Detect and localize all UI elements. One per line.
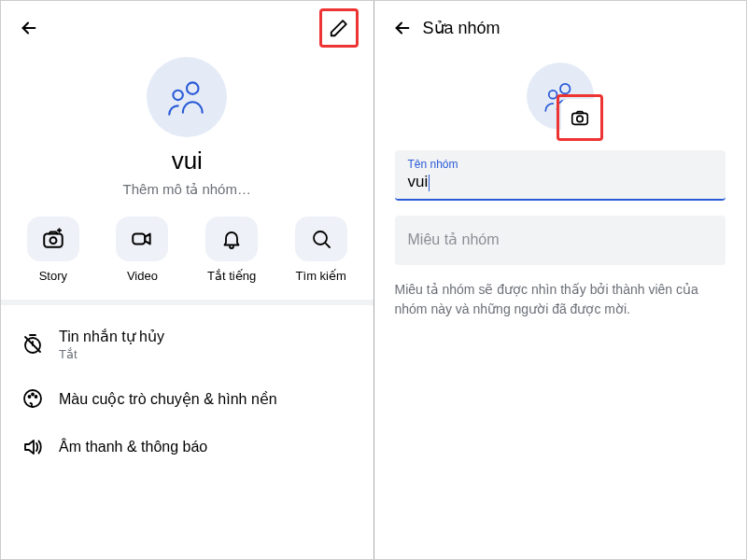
group-name-input[interactable]: vui: [408, 173, 713, 191]
header: Sửa nhóm: [374, 1, 747, 49]
pencil-icon: [329, 18, 349, 38]
chat-color-item[interactable]: Màu cuộc trò chuyện & hình nền: [1, 374, 374, 423]
people-icon: [163, 74, 210, 120]
svg-point-0: [187, 82, 199, 94]
timer-off-icon: [21, 333, 44, 356]
camera-icon: [570, 107, 590, 128]
camera-highlight: [557, 94, 603, 141]
svg-point-5: [314, 231, 327, 245]
palette-icon: [21, 387, 44, 410]
edit-form: Tên nhóm vui Miêu tả nhóm: [374, 130, 747, 265]
svg-point-14: [577, 116, 583, 121]
group-name-field[interactable]: Tên nhóm vui: [395, 150, 726, 201]
settings-list: Tin nhắn tự hủy Tắt Màu cuộc trò chuyện …: [1, 305, 374, 481]
back-button[interactable]: [389, 15, 416, 41]
story-action[interactable]: Story: [17, 217, 90, 283]
svg-point-8: [29, 396, 31, 398]
svg-rect-4: [134, 234, 146, 245]
arrow-left-icon: [19, 18, 39, 38]
svg-point-9: [32, 394, 34, 396]
group-name-label: Tên nhóm: [408, 158, 713, 171]
bell-icon: [220, 228, 243, 250]
svg-point-3: [49, 237, 56, 244]
group-desc-placeholder: Miêu tả nhóm: [408, 223, 713, 256]
page-title: Sửa nhóm: [423, 18, 500, 38]
sounds-item[interactable]: Âm thanh & thông báo: [1, 423, 374, 471]
group-description-add[interactable]: Thêm mô tả nhóm…: [1, 181, 374, 198]
group-name: vui: [1, 147, 374, 175]
search-action[interactable]: Tìm kiếm: [285, 217, 358, 283]
mute-action[interactable]: Tắt tiếng: [195, 217, 268, 283]
video-action[interactable]: Video: [106, 217, 178, 283]
arrow-left-icon: [392, 18, 413, 38]
edit-highlight: [319, 8, 359, 48]
group-avatar[interactable]: [1, 57, 374, 137]
edit-button[interactable]: [324, 13, 354, 43]
header: [1, 1, 374, 49]
svg-point-12: [549, 91, 557, 99]
speaker-icon: [21, 436, 44, 458]
group-info-panel: vui Thêm mô tả nhóm… Story Video Tắt tiế…: [1, 1, 374, 559]
group-desc-field[interactable]: Miêu tả nhóm: [395, 216, 726, 265]
svg-point-1: [174, 91, 183, 100]
svg-rect-2: [44, 234, 63, 247]
video-icon: [130, 227, 154, 251]
actions-row: Story Video Tắt tiếng Tìm kiếm: [1, 198, 374, 300]
back-button[interactable]: [16, 15, 42, 41]
svg-point-10: [35, 396, 37, 398]
group-avatar-edit: [374, 63, 747, 130]
svg-point-11: [560, 84, 571, 94]
search-icon: [310, 228, 332, 250]
camera-plus-icon: [41, 227, 65, 251]
edit-group-panel: Sửa nhóm Tên nhóm vui Miêu tả nhóm Miêu …: [374, 1, 747, 559]
change-photo-button[interactable]: [561, 99, 599, 136]
description-hint: Miêu tả nhóm sẽ được nhìn thấy bởi thành…: [374, 280, 747, 319]
disappearing-messages-item[interactable]: Tin nhắn tự hủy Tắt: [1, 315, 374, 374]
svg-rect-13: [572, 113, 588, 124]
